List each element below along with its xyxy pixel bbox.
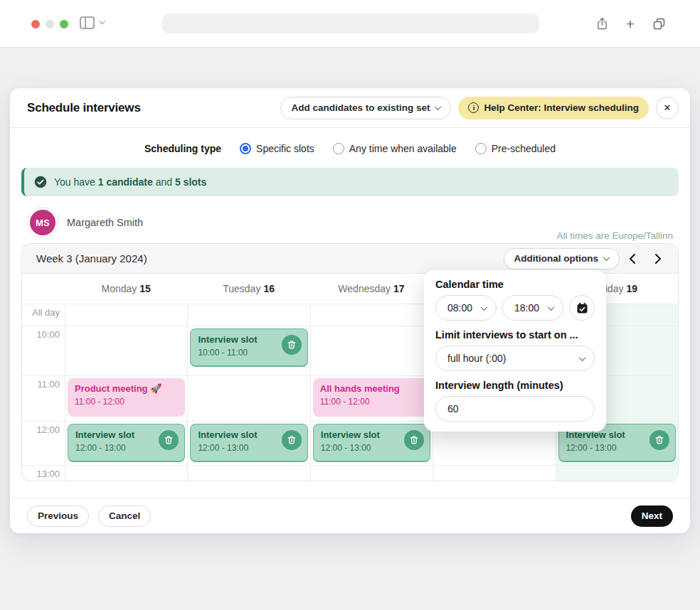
time-label: 10:00 — [22, 326, 65, 375]
window-close-button[interactable] — [31, 20, 40, 28]
row-13: 13:00 — [22, 465, 678, 481]
scheduling-type-label: Scheduling type — [144, 143, 221, 154]
chevron-left-icon — [629, 253, 636, 264]
interview-slot-event[interactable]: Interview slot 12:00 - 13:00 — [68, 424, 185, 462]
interview-slot-event[interactable]: Interview slot 12:00 - 13:00 — [313, 424, 430, 462]
calendar-cell[interactable] — [187, 466, 309, 481]
time-label: 13:00 — [22, 466, 65, 481]
address-bar[interactable] — [162, 14, 539, 33]
chevron-down-icon — [481, 304, 488, 311]
calendar-cell[interactable]: All hands meeting 11:00 - 12:00 — [310, 376, 433, 421]
busy-event[interactable]: Product meeting 🚀 11:00 - 12:00 — [68, 378, 185, 417]
radio-any-time[interactable]: Any time when available — [333, 143, 457, 154]
limit-start-label: Limit interviews to start on ... — [435, 329, 595, 341]
calendar-cell[interactable] — [310, 326, 433, 375]
delete-slot-button[interactable] — [649, 430, 669, 450]
info-banner: You have 1 candidate and 5 slots — [21, 168, 679, 196]
tab-overview-button[interactable] — [650, 15, 667, 32]
sidebar-icon — [80, 16, 95, 29]
time-label: 12:00 — [22, 422, 65, 465]
browser-toolbar: + — [0, 0, 700, 48]
radio-pre-scheduled[interactable]: Pre-scheduled — [475, 143, 556, 154]
help-center-label: Help Center: Interview scheduling — [484, 102, 639, 113]
calendar-time-label: Calendar time — [435, 279, 595, 290]
previous-week-button[interactable] — [620, 248, 645, 269]
candidate-name: Margareth Smith — [67, 217, 143, 228]
calendar-cell[interactable] — [187, 376, 309, 421]
modal-footer: Previous Cancel Next — [10, 498, 690, 533]
calendar-cell[interactable] — [65, 304, 187, 326]
share-button[interactable] — [593, 15, 610, 32]
calendar-cell[interactable]: Interview slot 12:00 - 13:00 — [310, 422, 433, 465]
calendar-cell[interactable]: Interview slot 12:00 - 13:00 — [187, 422, 309, 465]
calendar-check-icon — [576, 302, 588, 314]
busy-event[interactable]: All hands meeting 11:00 - 12:00 — [313, 378, 430, 417]
share-icon — [596, 16, 608, 31]
close-button[interactable]: ✕ — [656, 97, 679, 119]
event-title: All hands meeting — [320, 383, 423, 394]
tabs-icon — [652, 17, 666, 31]
calendar-cell[interactable]: Interview slot 10:00 - 11:00 — [187, 326, 309, 375]
next-button[interactable]: Next — [631, 505, 673, 527]
calendar-cell[interactable]: Product meeting 🚀 11:00 - 12:00 — [65, 376, 187, 421]
toolbar-actions: + — [593, 15, 667, 32]
delete-slot-button[interactable] — [404, 430, 424, 450]
calendar-time-row: 08:00 18:00 — [435, 295, 595, 321]
day-header-tuesday: Tuesday16 — [187, 283, 309, 294]
calendar-cell[interactable] — [310, 466, 433, 481]
calendar-picker-button[interactable] — [569, 295, 595, 321]
calendar-cell[interactable] — [433, 466, 555, 481]
interview-length-label: Interview length (minutes) — [435, 380, 595, 391]
chevron-down-icon — [435, 103, 442, 110]
calendar-cell[interactable] — [556, 466, 678, 481]
chevron-down-icon — [603, 254, 610, 261]
interview-length-input[interactable] — [435, 396, 595, 422]
new-tab-button[interactable]: + — [622, 15, 639, 32]
banner-text: You have 1 candidate and 5 slots — [54, 176, 206, 188]
modal-header: Schedule interviews Add candidates to ex… — [10, 88, 690, 128]
delete-slot-button[interactable] — [282, 430, 302, 450]
interview-slot-event[interactable]: Interview slot 10:00 - 11:00 — [190, 328, 307, 367]
window-zoom-button[interactable] — [60, 20, 68, 28]
limit-start-select[interactable]: full hour (:00) — [435, 346, 595, 371]
previous-button[interactable]: Previous — [27, 505, 89, 527]
chevron-down-icon — [579, 354, 586, 361]
check-circle-icon — [34, 176, 47, 188]
calendar-cell[interactable]: Interview slot 12:00 - 13:00 — [65, 422, 187, 465]
info-icon: i — [468, 102, 479, 113]
trash-icon — [287, 340, 297, 350]
event-time: 11:00 - 12:00 — [75, 397, 178, 407]
radio-specific-slots[interactable]: Specific slots — [240, 143, 314, 154]
window-minimize-button[interactable] — [46, 20, 54, 28]
calendar-cell[interactable] — [310, 304, 433, 326]
sidebar-toggle-button[interactable] — [80, 16, 105, 29]
additional-options-button[interactable]: Additional options — [504, 248, 620, 269]
avatar: MS — [27, 207, 58, 238]
cancel-button[interactable]: Cancel — [98, 505, 151, 527]
calendar-cell[interactable] — [65, 326, 187, 375]
trash-icon — [654, 435, 664, 445]
start-time-select[interactable]: 08:00 — [435, 295, 497, 321]
delete-slot-button[interactable] — [282, 335, 302, 355]
event-time: 11:00 - 12:00 — [320, 397, 423, 407]
radio-icon — [475, 143, 487, 154]
trash-icon — [409, 435, 419, 445]
calendar-cell[interactable] — [65, 466, 187, 481]
trash-icon — [287, 435, 297, 445]
calendar-cell[interactable] — [187, 304, 309, 326]
scheduling-type-row: Scheduling type Specific slots Any time … — [10, 128, 690, 166]
end-time-select[interactable]: 18:00 — [502, 295, 563, 321]
screen: + Schedule interviews Add candidates to … — [0, 0, 700, 610]
week-label: Week 3 (January 2024) — [36, 252, 147, 264]
day-header-monday: Monday15 — [65, 283, 187, 294]
chevron-down-icon — [99, 21, 105, 25]
interview-slot-event[interactable]: Interview slot 12:00 - 13:00 — [190, 424, 307, 462]
time-label: All day — [22, 304, 65, 326]
chevron-right-icon — [654, 253, 662, 264]
close-icon: ✕ — [664, 102, 672, 113]
next-week-button[interactable] — [645, 248, 671, 269]
add-candidates-button[interactable]: Add candidates to existing set — [280, 97, 451, 119]
time-label: 11:00 — [22, 376, 65, 421]
timezone-note: All times are Europe/Tallinn — [10, 230, 690, 243]
help-center-badge[interactable]: i Help Center: Interview scheduling — [458, 97, 649, 119]
